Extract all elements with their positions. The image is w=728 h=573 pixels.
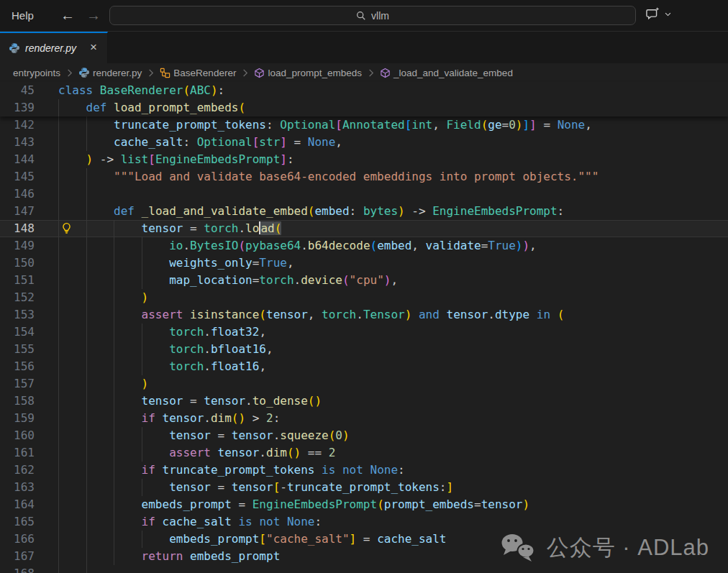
- code-token: =: [183, 221, 204, 235]
- line-number: 159: [0, 410, 35, 427]
- code-line-154[interactable]: 154 torch.float32,: [0, 324, 728, 341]
- code-line-155[interactable]: 155 torch.bfloat16,: [0, 341, 728, 358]
- code-token: truncate_prompt_tokens: [114, 118, 266, 132]
- code-token: not: [259, 515, 280, 528]
- code-token: if: [142, 515, 155, 528]
- code-token: [550, 308, 558, 321]
- line-number: 155: [0, 341, 35, 358]
- code-token: =: [252, 256, 260, 270]
- python-icon: [9, 42, 20, 54]
- breadcrumb-item--load-and-validate-embed[interactable]: _load_and_validate_embed: [380, 68, 513, 78]
- code-token: ): [398, 204, 405, 218]
- navigate-back-icon[interactable]: ←: [58, 0, 78, 32]
- command-center-search[interactable]: vllm: [109, 6, 636, 25]
- code-token: bfloat16: [211, 342, 266, 356]
- navigate-forward-icon[interactable]: →: [83, 0, 104, 32]
- close-icon[interactable]: ×: [87, 42, 100, 55]
- code-line-156[interactable]: 156 torch.float16,: [0, 358, 728, 375]
- breadcrumb-item-entrypoints[interactable]: entrypoints: [13, 68, 60, 78]
- code-token: .: [301, 239, 308, 252]
- line-number: 157: [0, 375, 35, 393]
- code-token: ,: [585, 118, 592, 132]
- code-line-165[interactable]: 165 if cache_salt is not None:: [0, 513, 728, 531]
- code-token: [363, 463, 370, 477]
- code-token: =: [211, 480, 232, 494]
- code-line-142[interactable]: 142 truncate_prompt_tokens: Optional[Ann…: [0, 116, 728, 134]
- code-line-139[interactable]: 139 def load_prompt_embeds(: [0, 99, 728, 116]
- code-token: embeds_prompt: [142, 498, 232, 511]
- watermark-text: 公众号 · ADLab: [547, 533, 709, 563]
- code-token: tensor: [169, 480, 211, 494]
- code-text: cache_salt: Optional[str] = None,: [58, 134, 342, 151]
- code-token: .: [204, 411, 211, 425]
- menu-item-help[interactable]: Help: [7, 0, 38, 32]
- code-text: if truncate_prompt_tokens is not None:: [58, 462, 405, 479]
- code-line-146[interactable]: 146: [0, 185, 728, 203]
- code-line-148[interactable]: 148 tensor = torch.load(: [0, 220, 728, 237]
- copilot-chat-button[interactable]: [645, 6, 672, 22]
- code-token: Annotated: [342, 118, 405, 132]
- code-line-168[interactable]: 168: [0, 565, 728, 573]
- code-token: [155, 411, 163, 425]
- line-number: 150: [0, 255, 35, 272]
- code-token: (: [275, 221, 282, 235]
- code-text: def _load_and_validate_embed(embed: byte…: [58, 203, 564, 220]
- code-token: list: [121, 152, 149, 166]
- code-line-162[interactable]: 162 if truncate_prompt_tokens is not Non…: [0, 462, 728, 479]
- tab-renderer-py[interactable]: renderer.py ×: [0, 32, 108, 63]
- code-line-151[interactable]: 151 map_location=torch.device("cpu"),: [0, 272, 728, 289]
- code-token: ,: [335, 135, 342, 149]
- code-line-158[interactable]: 158 tensor = tensor.to_dense(): [0, 393, 728, 410]
- code-line-164[interactable]: 164 embeds_prompt = EngineEmbedsPrompt(p…: [0, 496, 728, 513]
- code-line-163[interactable]: 163 tensor = tensor[-truncate_prompt_tok…: [0, 479, 728, 496]
- code-token: ]: [350, 532, 357, 546]
- tab-label: renderer.py: [25, 42, 82, 54]
- code-line-161[interactable]: 161 assert tensor.dim() == 2: [0, 444, 728, 462]
- code-text: return embeds_prompt: [58, 548, 280, 565]
- breadcrumb-item-baserenderer[interactable]: BaseRenderer: [160, 68, 236, 78]
- code-token: ,: [259, 359, 266, 373]
- code-line-145[interactable]: 145 """Load and validate base64-encoded …: [0, 168, 728, 185]
- tab-bar: renderer.py ×: [0, 32, 728, 63]
- code-text: truncate_prompt_tokens: Optional[Annotat…: [58, 116, 592, 134]
- code-line-157[interactable]: 157 ): [0, 375, 728, 393]
- code-token: (: [342, 273, 350, 287]
- code-token: BytesIO: [190, 239, 238, 252]
- code-token: lo: [245, 221, 259, 235]
- code-token: Tensor: [363, 308, 405, 321]
- code-token: float16: [211, 359, 259, 373]
- code-token: torch: [169, 359, 204, 373]
- code-token: =: [287, 135, 308, 149]
- code-token: None: [308, 135, 336, 149]
- code-token: ]: [529, 118, 537, 132]
- code-line-159[interactable]: 159 if tensor.dim() > 2:: [0, 410, 728, 427]
- code-token: ,: [259, 325, 266, 339]
- line-number: 143: [0, 134, 35, 151]
- code-line-144[interactable]: 144 ) -> list[EngineEmbedsPrompt]:: [0, 151, 728, 168]
- code-token: -: [280, 480, 287, 494]
- code-token: [: [273, 480, 281, 494]
- code-token: .: [488, 308, 495, 321]
- line-number: 144: [0, 151, 35, 168]
- breadcrumb-item-load-prompt-embeds[interactable]: load_prompt_embeds: [254, 68, 362, 78]
- code-token: tensor: [218, 446, 260, 459]
- code-line-45[interactable]: 45class BaseRenderer(ABC):: [0, 82, 728, 99]
- code-token: tensor: [204, 394, 245, 408]
- code-line-153[interactable]: 153 assert isinstance(tensor, torch.Tens…: [0, 306, 728, 324]
- code-token: isinstance: [190, 308, 259, 321]
- breadcrumb-item-renderer-py[interactable]: renderer.py: [78, 67, 142, 78]
- code-line-150[interactable]: 150 weights_only=True,: [0, 255, 728, 272]
- code-line-149[interactable]: 149 io.BytesIO(pybase64.b64decode(embed,…: [0, 237, 728, 255]
- line-number: 148: [0, 220, 35, 237]
- code-text: embeds_prompt = EngineEmbedsPrompt(promp…: [58, 496, 529, 513]
- breadcrumb-separator-icon: [241, 68, 249, 78]
- code-text: torch.float16,: [58, 358, 266, 375]
- code-token: map_location: [169, 273, 252, 287]
- code-line-147[interactable]: 147 def _load_and_validate_embed(embed: …: [0, 203, 728, 220]
- code-line-143[interactable]: 143 cache_salt: Optional[str] = None,: [0, 134, 728, 151]
- code-line-160[interactable]: 160 tensor = tensor.squeeze(0): [0, 427, 728, 444]
- code-token: (: [329, 428, 336, 442]
- code-token: truncate_prompt_tokens: [163, 463, 315, 477]
- code-token: :: [398, 463, 405, 477]
- code-line-152[interactable]: 152 ): [0, 289, 728, 306]
